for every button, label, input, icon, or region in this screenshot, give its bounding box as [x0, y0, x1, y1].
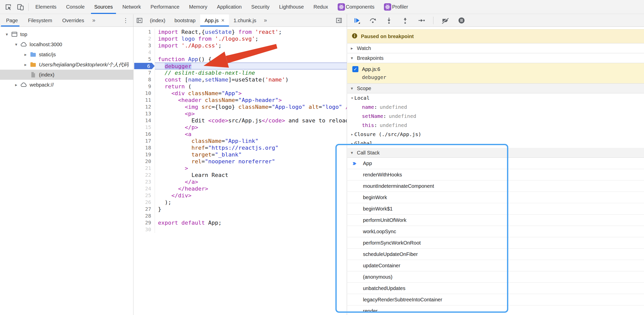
code-line-20[interactable]: 20 rel="noopener noreferrer"	[134, 158, 347, 165]
call-stack-frame[interactable]: renderWithHooks	[347, 169, 644, 180]
line-number[interactable]: 6	[134, 63, 155, 69]
scope-group-local[interactable]: ▾Local	[347, 93, 644, 102]
line-number[interactable]: 4	[134, 49, 155, 56]
code-line-15[interactable]: 15 </p>	[134, 124, 347, 131]
disclosure-closed-icon[interactable]: ▸	[351, 46, 354, 51]
tab-memory[interactable]: Memory	[184, 0, 212, 14]
disclosure-open-icon[interactable]: ▾	[351, 56, 354, 61]
disclosure-open-icon[interactable]: ▾	[351, 150, 354, 155]
step-out-icon[interactable]	[401, 16, 409, 25]
line-number[interactable]: 20	[134, 158, 155, 165]
disclosure-open-icon[interactable]: ▾	[13, 42, 19, 47]
code-line-28[interactable]: 28	[134, 213, 347, 219]
breakpoint-checkbox[interactable]: ✓	[352, 66, 358, 72]
line-number[interactable]: 19	[134, 151, 155, 158]
code-line-30[interactable]: 30	[134, 226, 347, 233]
step-into-icon[interactable]	[385, 16, 393, 25]
scope-variable[interactable]: setName:undefined	[347, 112, 644, 121]
breakpoint-marker[interactable]: 6	[134, 63, 155, 69]
code-line-13[interactable]: 13 <p>	[134, 110, 347, 117]
section-header-breakpoints[interactable]: ▾Breakpoints	[347, 53, 644, 63]
tab-elements[interactable]: Elements	[31, 0, 61, 14]
editor-tab-bootstrap[interactable]: bootstrap	[170, 14, 200, 27]
disclosure-open-icon[interactable]: ▾	[351, 95, 354, 100]
navigator-tab-page[interactable]: Page	[1, 14, 23, 27]
tab-profiler[interactable]: Profiler	[379, 0, 413, 14]
code-line-10[interactable]: 10 <div className="App">	[134, 90, 347, 97]
code-line-5[interactable]: 5function App() {	[134, 56, 347, 63]
tree-item-webpack-[interactable]: ▸webpack://	[0, 80, 133, 90]
pause-on-exceptions-icon[interactable]	[457, 16, 466, 25]
call-stack-frame[interactable]: mountIndeterminateComponent	[347, 180, 644, 192]
tree-item-users-hejialiang-desktop-work-[interactable]: ▸Users/hejialiang/Desktop/work/个人代码	[0, 60, 133, 70]
line-number[interactable]: 7	[134, 69, 155, 76]
editor-tab-1-chunk-js[interactable]: 1.chunk.js	[229, 14, 261, 27]
tab-security[interactable]: Security	[246, 0, 274, 14]
hide-navigator-icon[interactable]	[135, 16, 144, 25]
tab-network[interactable]: Network	[118, 0, 146, 14]
editor-tab--index-[interactable]: (index)	[145, 14, 170, 27]
call-stack-frame[interactable]: workLoopSync	[347, 226, 644, 237]
code-line-22[interactable]: 22 Learn React	[134, 172, 347, 178]
code-line-17[interactable]: 17 className="App-link"	[134, 138, 347, 144]
disclosure-open-icon[interactable]: ▾	[4, 32, 10, 37]
call-stack-frame[interactable]: scheduleUpdateOnFiber	[347, 249, 644, 260]
line-number[interactable]: 29	[134, 219, 155, 226]
code-line-24[interactable]: 24 </header>	[134, 185, 347, 192]
code-editor[interactable]: 1import React,{useState} from 'react';2i…	[134, 27, 347, 315]
call-stack-frame[interactable]: legacyRenderSubtreeIntoContainer	[347, 294, 644, 305]
tree-item-static-js[interactable]: ▸static/js	[0, 49, 133, 60]
line-number[interactable]: 24	[134, 185, 155, 192]
code-line-4[interactable]: 4	[134, 49, 347, 56]
scope-group-global[interactable]: ▸Global	[347, 139, 644, 148]
code-line-29[interactable]: 29export default App;	[134, 219, 347, 226]
more-tabs-icon[interactable]: »	[89, 17, 98, 24]
code-line-8[interactable]: 8 const [name,setName]=useState('name')	[134, 76, 347, 83]
disclosure-closed-icon[interactable]: ▸	[22, 62, 29, 67]
line-number[interactable]: 26	[134, 199, 155, 206]
step-icon[interactable]	[417, 16, 426, 25]
line-number[interactable]: 1	[134, 29, 155, 35]
navigator-menu-icon[interactable]: ⋮	[123, 17, 129, 24]
code-line-19[interactable]: 19 target="_blank"	[134, 151, 347, 158]
breakpoint-entry[interactable]: ✓App.js:6debugger	[347, 63, 644, 84]
code-line-2[interactable]: 2import logo from './logo.svg';	[134, 35, 347, 42]
scope-group-closure[interactable]: ▸Closure (./src/App.js)	[347, 130, 644, 139]
code-line-27[interactable]: 27}	[134, 206, 347, 213]
show-panel-icon[interactable]	[335, 16, 343, 25]
disclosure-open-icon[interactable]: ▾	[351, 86, 354, 91]
line-number[interactable]: 25	[134, 192, 155, 199]
line-number[interactable]: 22	[134, 172, 155, 178]
call-stack-frame[interactable]: beginWork$1	[347, 203, 644, 215]
tab-console[interactable]: Console	[61, 0, 89, 14]
call-stack-frame[interactable]: performSyncWorkOnRoot	[347, 237, 644, 249]
close-tab-icon[interactable]: ×	[221, 17, 224, 24]
editor-tab-app-js[interactable]: App.js×	[200, 14, 229, 27]
call-stack-frame[interactable]: unbatchedUpdates	[347, 283, 644, 294]
scope-variable[interactable]: this:undefined	[347, 121, 644, 130]
line-number[interactable]: 8	[134, 76, 155, 83]
line-number[interactable]: 30	[134, 226, 155, 233]
disclosure-closed-icon[interactable]: ▸	[22, 52, 29, 57]
more-editor-tabs-icon[interactable]: »	[261, 17, 270, 24]
tab-lighthouse[interactable]: Lighthouse	[274, 0, 309, 14]
line-number[interactable]: 13	[134, 110, 155, 117]
line-number[interactable]: 9	[134, 83, 155, 90]
deactivate-breakpoints-icon[interactable]	[441, 16, 450, 25]
call-stack-frame[interactable]: App	[347, 158, 644, 169]
tree-item-localhost-3000[interactable]: ▾localhost:3000	[0, 39, 133, 49]
disclosure-closed-icon[interactable]: ▸	[351, 132, 354, 137]
code-line-11[interactable]: 11 <header className="App-header">	[134, 97, 347, 103]
disclosure-closed-icon[interactable]: ▸	[351, 141, 354, 146]
code-line-9[interactable]: 9 return (	[134, 83, 347, 90]
tab-performance[interactable]: Performance	[146, 0, 185, 14]
call-stack-frame[interactable]: (anonymous)	[347, 271, 644, 283]
call-stack-frame[interactable]: performUnitOfWork	[347, 215, 644, 226]
line-number[interactable]: 14	[134, 117, 155, 124]
inspect-icon[interactable]	[4, 3, 13, 11]
navigator-tab-overrides[interactable]: Overrides	[57, 14, 89, 27]
resume-icon[interactable]	[352, 16, 361, 25]
scope-variable[interactable]: name:undefined	[347, 102, 644, 112]
line-number[interactable]: 10	[134, 90, 155, 97]
section-header-call-stack[interactable]: ▾Call Stack	[347, 148, 644, 158]
